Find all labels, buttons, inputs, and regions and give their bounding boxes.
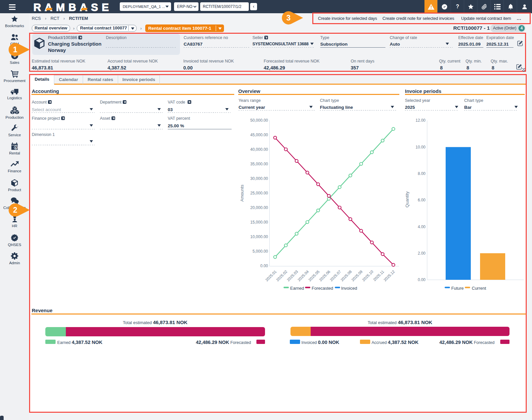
svg-text:2025.06: 2025.06 (319, 270, 331, 282)
svg-text:3: 3 (287, 14, 291, 22)
svg-text:Quantity: Quantity (405, 191, 410, 207)
svg-text:10,000.00: 10,000.00 (250, 234, 268, 239)
svg-text:2025.11: 2025.11 (373, 270, 385, 282)
svg-text:4.00: 4.00 (418, 225, 426, 229)
svg-text:5,000.00: 5,000.00 (252, 249, 268, 254)
svg-text:Current: Current (472, 286, 486, 291)
svg-text:0.00: 0.00 (260, 264, 268, 268)
svg-text:25,000.00: 25,000.00 (250, 191, 268, 195)
svg-text:2: 2 (13, 206, 18, 214)
svg-text:50,000.00: 50,000.00 (250, 118, 268, 123)
svg-text:Earned: Earned (290, 286, 304, 291)
svg-text:12.00: 12.00 (416, 118, 425, 123)
svg-text:10.00: 10.00 (416, 145, 425, 149)
svg-text:2025.07: 2025.07 (329, 270, 342, 282)
svg-text:40,000.00: 40,000.00 (250, 147, 268, 152)
svg-text:45,000.00: 45,000.00 (250, 133, 268, 137)
svg-text:8.00: 8.00 (418, 171, 426, 176)
svg-text:2.00: 2.00 (418, 251, 426, 256)
svg-text:1: 1 (13, 45, 18, 54)
svg-text:2025.08: 2025.08 (340, 270, 353, 282)
svg-text:2025.05: 2025.05 (308, 270, 320, 282)
svg-text:Future: Future (451, 286, 464, 291)
svg-text:2025.03: 2025.03 (286, 270, 299, 282)
svg-text:30,000.00: 30,000.00 (250, 176, 268, 181)
svg-text:2025.02: 2025.02 (276, 270, 288, 282)
svg-text:2025.12: 2025.12 (383, 270, 396, 282)
svg-text:2025.10: 2025.10 (362, 270, 374, 282)
svg-text:$: $ (15, 146, 17, 149)
svg-text:20,000.00: 20,000.00 (250, 205, 268, 210)
svg-text:Forecasted: Forecasted (312, 286, 333, 291)
svg-text:Invoiced: Invoiced (341, 286, 357, 291)
svg-text:2025.01: 2025.01 (265, 270, 277, 282)
svg-text:2025.04: 2025.04 (297, 270, 310, 282)
svg-text:Amounts: Amounts (240, 185, 244, 202)
svg-text:2025.09: 2025.09 (351, 270, 363, 282)
svg-text:6.00: 6.00 (418, 198, 426, 202)
svg-text:0.00: 0.00 (418, 277, 426, 282)
svg-text:35,000.00: 35,000.00 (250, 162, 268, 166)
svg-text:15,000.00: 15,000.00 (250, 220, 268, 225)
